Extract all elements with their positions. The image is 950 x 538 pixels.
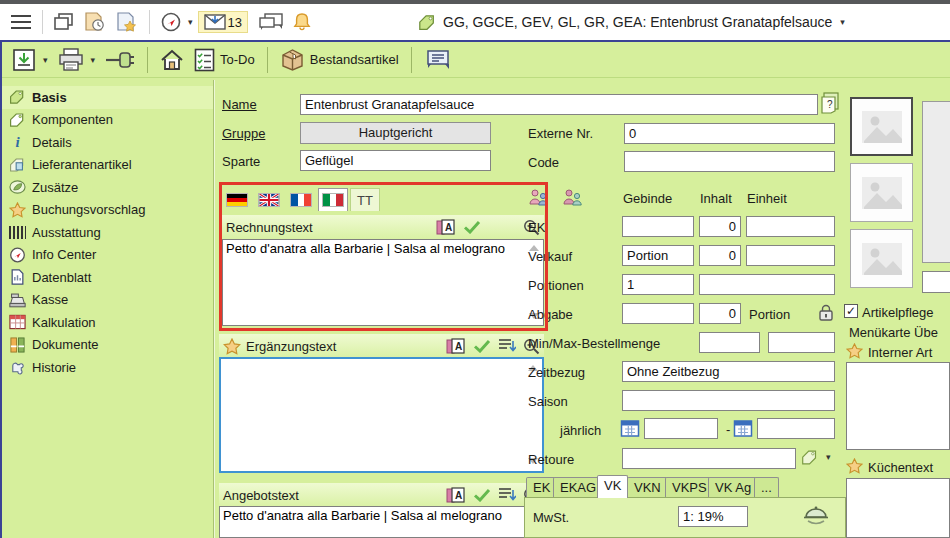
- todo-button[interactable]: To-Do: [189, 45, 260, 75]
- save-dropdown-arrow[interactable]: ▾: [43, 55, 48, 65]
- price-tab-vkn[interactable]: VKN: [627, 477, 668, 498]
- mail-button[interactable]: 13: [198, 11, 248, 33]
- sidebar-item-historie[interactable]: Historie: [2, 356, 213, 379]
- verkauf-inhalt-input[interactable]: [699, 245, 741, 266]
- ek-einheit-input[interactable]: [746, 216, 835, 237]
- gruppe-button[interactable]: Hauptgericht: [300, 122, 491, 144]
- spellcheck-ok-button[interactable]: [473, 488, 491, 502]
- ergaenzungstext-textarea[interactable]: [219, 357, 544, 473]
- messages-button[interactable]: [254, 10, 288, 35]
- interner-textarea[interactable]: [846, 362, 950, 450]
- ek-gebinde-input[interactable]: [622, 216, 694, 237]
- saison-input[interactable]: [622, 390, 835, 411]
- sidebar-item-kasse[interactable]: Kasse: [2, 289, 213, 312]
- mwst-input[interactable]: [678, 506, 748, 527]
- insert-textmodule-button[interactable]: [498, 338, 516, 354]
- spellcheck-ok-button[interactable]: [463, 220, 481, 234]
- record-title-group[interactable]: GG, GGCE, GEV, GL, GR, GEA: Entenbrust G…: [418, 14, 845, 31]
- max-bestellmenge-input[interactable]: [768, 332, 835, 353]
- article-image-slot-3[interactable]: [850, 229, 913, 288]
- sidebar-item-info-center[interactable]: Info Center: [2, 244, 213, 267]
- ek-inhalt-input[interactable]: [699, 216, 741, 237]
- info-center-button[interactable]: ▾: [156, 9, 198, 35]
- sidebar-item-lieferantenartikel[interactable]: Lieferantenartikel: [2, 154, 213, 177]
- spellcheck-ok-button[interactable]: [473, 339, 491, 353]
- artikelpflege-checkbox[interactable]: ✓: [844, 304, 858, 318]
- saison-to-input[interactable]: [757, 418, 835, 439]
- code-input[interactable]: [624, 151, 835, 172]
- name-notes-button[interactable]: ?: [821, 92, 839, 114]
- min-bestellmenge-input[interactable]: [699, 332, 760, 353]
- translate-button[interactable]: A: [446, 338, 466, 355]
- sidebar-item-ausstattung[interactable]: Ausstattung: [2, 221, 213, 244]
- print-button[interactable]: ▾: [53, 45, 101, 75]
- abgabe-gebinde-input[interactable]: [622, 303, 694, 324]
- lang-tab-text[interactable]: TT: [350, 188, 380, 211]
- portionen-input[interactable]: [622, 274, 694, 295]
- abgabe-inhalt-input[interactable]: [699, 303, 741, 324]
- retoure-dropdown-arrow[interactable]: ▾: [826, 452, 831, 462]
- customer-group-2-icon[interactable]: [562, 188, 584, 206]
- interner-star-icon[interactable]: [846, 343, 863, 359]
- article-image-slot-2[interactable]: [850, 163, 913, 222]
- connect-button[interactable]: [100, 47, 140, 73]
- customer-group-1-icon[interactable]: [528, 188, 550, 206]
- sidebar-item-details[interactable]: i Details: [2, 131, 213, 154]
- favorite-documents-button[interactable]: [111, 9, 143, 35]
- image-caption-input[interactable]: [922, 271, 950, 293]
- sidebar-item-zusaetze[interactable]: Zusätze: [2, 176, 213, 199]
- verkauf-gebinde-input[interactable]: [622, 245, 694, 266]
- article-image-slot-1[interactable]: [850, 97, 913, 156]
- lang-tab-italian[interactable]: [318, 188, 348, 211]
- lang-tab-french[interactable]: [286, 188, 316, 211]
- sidebar-item-kalkulation[interactable]: Kalkulation: [2, 311, 213, 334]
- translate-button[interactable]: A: [436, 219, 456, 236]
- externe-nr-input[interactable]: [624, 123, 835, 144]
- translate-button[interactable]: A: [446, 487, 466, 504]
- retoure-tag-button[interactable]: [801, 449, 819, 466]
- verkauf-einheit-input[interactable]: [746, 245, 835, 266]
- lang-tab-english[interactable]: [254, 188, 284, 211]
- sidebar-item-dokumente[interactable]: Dokumente: [2, 334, 213, 357]
- sidebar-item-datenblatt[interactable]: Datenblatt: [2, 266, 213, 289]
- rechnungstext-textarea[interactable]: Petto d'anatra alla Barbarie | Salsa al …: [222, 239, 544, 326]
- artikelpflege-label: Artikelpflege: [862, 305, 934, 320]
- menu-button[interactable]: [6, 12, 36, 32]
- sparte-input[interactable]: [300, 150, 491, 171]
- price-tab-vk[interactable]: VK: [597, 475, 628, 498]
- retoure-input[interactable]: [622, 448, 796, 469]
- print-dropdown-arrow[interactable]: ▾: [91, 55, 96, 65]
- notifications-button[interactable]: [288, 9, 316, 35]
- sidebar-item-komponenten[interactable]: Komponenten: [2, 109, 213, 132]
- sidebar-item-basis[interactable]: Basis: [2, 86, 213, 109]
- price-tab-ekag[interactable]: EKAG: [553, 477, 603, 498]
- name-input[interactable]: [300, 94, 818, 115]
- saison-from-input[interactable]: [644, 418, 718, 439]
- zeitbezug-input[interactable]: [622, 361, 835, 382]
- home-button[interactable]: [155, 46, 189, 74]
- bestandsartikel-button[interactable]: Bestandsartikel: [275, 45, 404, 75]
- kuechentext-label: Küchentext: [868, 460, 933, 475]
- windows-button[interactable]: [49, 10, 79, 34]
- calendar-from-button[interactable]: [620, 418, 640, 438]
- toolbar-separator: [42, 10, 43, 34]
- portionen-einheit-input[interactable]: [699, 274, 835, 295]
- kuechentext-star-icon[interactable]: [846, 458, 863, 474]
- sidebar-item-buchungsvorschlag[interactable]: Buchungsvorschlag: [2, 199, 213, 222]
- name-label[interactable]: Name: [222, 97, 257, 112]
- lang-tab-german[interactable]: [222, 188, 252, 211]
- insert-textmodule-button[interactable]: [498, 487, 516, 503]
- price-tab-more[interactable]: ...: [754, 477, 779, 498]
- price-tab-vkps[interactable]: VKPS: [665, 477, 714, 498]
- calendar-to-button[interactable]: [733, 418, 753, 438]
- star-icon[interactable]: [223, 338, 241, 355]
- save-button[interactable]: ▾: [7, 45, 53, 75]
- price-tab-vkag[interactable]: VK Ag: [708, 477, 758, 498]
- recent-documents-button[interactable]: [79, 9, 111, 35]
- service-button[interactable]: [802, 503, 830, 527]
- lock-button[interactable]: [818, 303, 834, 322]
- kuechentext-textarea[interactable]: [846, 478, 950, 538]
- gruppe-label[interactable]: Gruppe: [222, 126, 265, 141]
- angebotstext-textarea[interactable]: Petto d'anatra alla Barbarie | Salsa al …: [219, 506, 544, 538]
- feedback-button[interactable]: [419, 46, 455, 74]
